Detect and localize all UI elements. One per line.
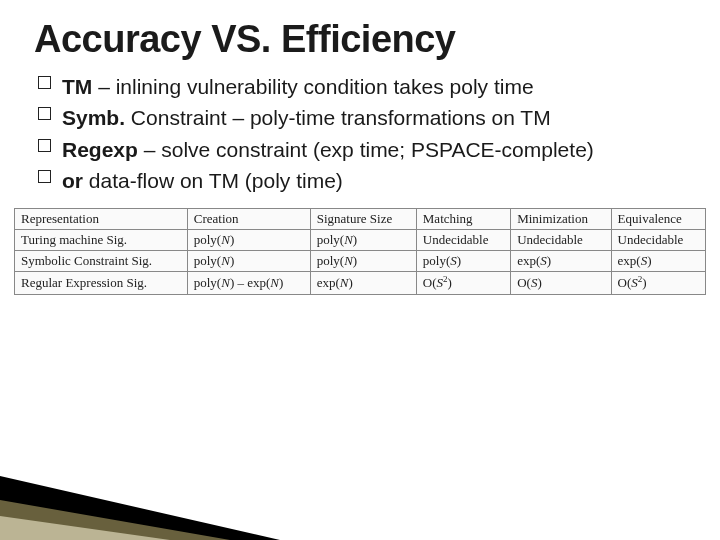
complexity-table: Representation Creation Signature Size M… (14, 208, 706, 294)
cell: O(S2) (416, 272, 510, 294)
table-row: Regular Expression Sig. poly(N) – exp(N)… (15, 272, 706, 294)
col-creation: Creation (187, 209, 310, 230)
cell: Turing machine Sig. (15, 230, 188, 251)
bullet-text: Constraint – poly-time transformations o… (125, 106, 551, 129)
checkbox-icon (38, 76, 51, 89)
cell: poly(N) (310, 251, 416, 272)
bullet-text: data-flow on TM (poly time) (83, 169, 343, 192)
table-row: Symbolic Constraint Sig. poly(N) poly(N)… (15, 251, 706, 272)
page-title: Accuracy VS. Efficiency (34, 18, 686, 61)
cell: poly(S) (416, 251, 510, 272)
bullet-item: TM – inlining vulnerability condition ta… (62, 73, 686, 100)
cell: poly(N) (310, 230, 416, 251)
bullet-item: or data-flow on TM (poly time) (62, 167, 686, 194)
cell: exp(S) (611, 251, 705, 272)
col-matching: Matching (416, 209, 510, 230)
checkbox-icon (38, 107, 51, 120)
checkbox-icon (38, 139, 51, 152)
corner-wedge-icon (0, 420, 300, 540)
bullet-item: Symb. Constraint – poly-time transformat… (62, 104, 686, 131)
cell: Undecidable (511, 230, 611, 251)
cell: poly(N) (187, 251, 310, 272)
bullet-lead: or (62, 169, 83, 192)
cell: exp(N) (310, 272, 416, 294)
complexity-table-wrap: Representation Creation Signature Size M… (14, 208, 706, 294)
col-size: Signature Size (310, 209, 416, 230)
table-header-row: Representation Creation Signature Size M… (15, 209, 706, 230)
bullet-lead: Regexp (62, 138, 138, 161)
cell: O(S2) (611, 272, 705, 294)
cell: Undecidable (611, 230, 705, 251)
col-representation: Representation (15, 209, 188, 230)
slide: Accuracy VS. Efficiency TM – inlining vu… (0, 0, 720, 540)
bullet-item: Regexp – solve constraint (exp time; PSP… (62, 136, 686, 163)
bullet-text: – solve constraint (exp time; PSPACE-com… (138, 138, 594, 161)
cell: O(S) (511, 272, 611, 294)
bullet-lead: Symb. (62, 106, 125, 129)
cell: Regular Expression Sig. (15, 272, 188, 294)
checkbox-icon (38, 170, 51, 183)
col-minimization: Minimization (511, 209, 611, 230)
bullet-text: – inlining vulnerability condition takes… (92, 75, 533, 98)
cell: Undecidable (416, 230, 510, 251)
cell: poly(N) (187, 230, 310, 251)
bullet-list: TM – inlining vulnerability condition ta… (34, 73, 686, 194)
col-equivalence: Equivalence (611, 209, 705, 230)
cell: exp(S) (511, 251, 611, 272)
table-row: Turing machine Sig. poly(N) poly(N) Unde… (15, 230, 706, 251)
cell: poly(N) – exp(N) (187, 272, 310, 294)
cell: Symbolic Constraint Sig. (15, 251, 188, 272)
bullet-lead: TM (62, 75, 92, 98)
